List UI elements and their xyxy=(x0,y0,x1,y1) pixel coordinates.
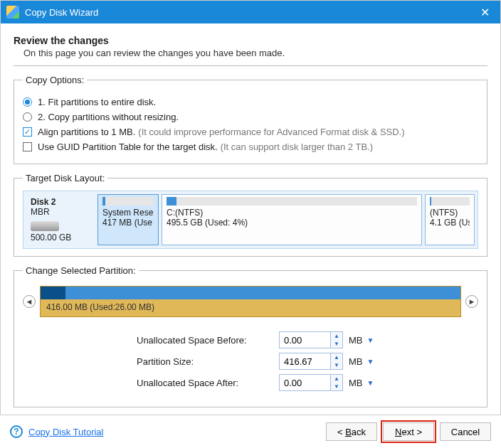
copy-options-legend: Copy Options: xyxy=(23,75,87,85)
disk-size: 500.00 GB xyxy=(31,233,90,242)
option-label: Align partitions to 1 MB. xyxy=(38,127,135,137)
back-button[interactable]: < Back xyxy=(326,422,377,441)
option-hint: (It could improve performance for Advanc… xyxy=(138,127,404,137)
unallocated-before-field[interactable] xyxy=(279,331,330,348)
row-partition-size: Partition Size: ▲▼ MB ▼ xyxy=(23,353,478,370)
disk-name: Disk 2 xyxy=(31,197,90,207)
partition-label: C:(NTFS) xyxy=(167,208,417,218)
spinner-down-icon[interactable]: ▼ xyxy=(331,340,342,348)
disk-layout: Disk 2 MBR 500.00 GB System Rese 417 MB … xyxy=(23,191,478,249)
partition-label: System Rese xyxy=(102,208,154,218)
field-label: Unallocated Space After: xyxy=(137,378,279,388)
copy-options-group: Copy Options: 1. Fit partitions to entir… xyxy=(14,75,487,164)
partition-label: (NTFS) xyxy=(430,208,470,218)
usage-bar xyxy=(167,197,417,206)
unallocated-after-input[interactable]: ▲▼ xyxy=(279,374,343,391)
field-label: Partition Size: xyxy=(137,356,279,367)
spinner-up-icon[interactable]: ▲ xyxy=(331,332,342,340)
page-subheading: On this page you can review the changes … xyxy=(23,48,487,58)
option-label: 1. Fit partitions to entire disk. xyxy=(38,97,156,107)
partition-ntfs[interactable]: (NTFS) 4.1 GB (Use xyxy=(425,194,475,245)
change-partition-group: Change Selected Partition: ◄ 416.00 MB (… xyxy=(14,265,487,407)
radio-icon xyxy=(23,97,32,107)
spinner-up-icon[interactable]: ▲ xyxy=(331,353,342,361)
help-icon[interactable]: ? xyxy=(10,425,23,438)
unit-label: MB xyxy=(349,378,363,388)
option-label: Use GUID Partition Table for the target … xyxy=(38,142,218,152)
slider-label: 416.00 MB (Used:26.00 MB) xyxy=(41,299,460,315)
slider-right-button[interactable]: ► xyxy=(465,295,478,308)
radio-icon xyxy=(23,112,32,122)
field-label: Unallocated Space Before: xyxy=(137,335,279,346)
divider xyxy=(14,65,487,66)
partition-size-field[interactable] xyxy=(279,353,330,370)
slider-bar xyxy=(41,287,460,299)
close-icon[interactable]: ✕ xyxy=(475,6,495,19)
partition-slider[interactable]: 416.00 MB (Used:26.00 MB) xyxy=(40,286,461,317)
disk-info: Disk 2 MBR 500.00 GB xyxy=(26,194,95,245)
option-fit-partitions[interactable]: 1. Fit partitions to entire disk. xyxy=(23,97,478,107)
unit-dropdown[interactable]: ▼ xyxy=(367,358,377,366)
option-use-gpt[interactable]: Use GUID Partition Table for the target … xyxy=(23,142,478,152)
partition-sub: 417 MB (Use xyxy=(102,218,154,228)
spinner-down-icon[interactable]: ▼ xyxy=(331,383,342,390)
row-unallocated-before: Unallocated Space Before: ▲▼ MB ▼ xyxy=(23,331,478,348)
spinner-down-icon[interactable]: ▼ xyxy=(331,361,342,369)
usage-bar xyxy=(102,197,154,206)
usage-bar xyxy=(430,197,470,206)
tutorial-link[interactable]: Copy Disk Tutorial xyxy=(28,427,103,437)
app-icon xyxy=(6,6,19,18)
disk-type: MBR xyxy=(31,207,90,217)
cancel-button[interactable]: Cancel xyxy=(440,422,491,441)
target-disk-layout-group: Target Disk Layout: Disk 2 MBR 500.00 GB… xyxy=(14,173,487,257)
footer: ? Copy Disk Tutorial < Back Next > Cance… xyxy=(0,415,501,448)
titlebar: Copy Disk Wizard ✕ xyxy=(1,1,500,23)
checkbox-icon xyxy=(23,127,32,137)
unit-label: MB xyxy=(349,335,363,346)
page-heading: Review the changes xyxy=(14,35,487,46)
partition-size-input[interactable]: ▲▼ xyxy=(279,353,343,370)
spinner-up-icon[interactable]: ▲ xyxy=(331,375,342,383)
partition-system-reserved[interactable]: System Rese 417 MB (Use xyxy=(97,194,159,245)
option-hint: (It can support disk larger than 2 TB.) xyxy=(221,142,373,152)
option-label: 2. Copy partitions without resizing. xyxy=(38,112,179,122)
disk-icon xyxy=(31,221,59,231)
unallocated-before-input[interactable]: ▲▼ xyxy=(279,331,343,348)
row-unallocated-after: Unallocated Space After: ▲▼ MB ▼ xyxy=(23,374,478,391)
unallocated-after-field[interactable] xyxy=(279,374,330,391)
unit-dropdown[interactable]: ▼ xyxy=(367,336,377,344)
window-title: Copy Disk Wizard xyxy=(25,7,475,18)
target-disk-legend: Target Disk Layout: xyxy=(23,173,107,183)
partition-c[interactable]: C:(NTFS) 495.5 GB (Used: 4%) xyxy=(162,194,422,245)
change-partition-legend: Change Selected Partition: xyxy=(23,265,139,276)
slider-left-button[interactable]: ◄ xyxy=(23,295,36,308)
partition-sub: 4.1 GB (Use xyxy=(430,218,470,228)
unit-dropdown[interactable]: ▼ xyxy=(367,379,377,387)
next-button[interactable]: Next > xyxy=(383,422,434,441)
option-copy-without-resizing[interactable]: 2. Copy partitions without resizing. xyxy=(23,112,478,122)
checkbox-icon xyxy=(23,142,32,151)
partition-sub: 495.5 GB (Used: 4%) xyxy=(167,218,417,228)
unit-label: MB xyxy=(349,356,363,367)
option-align-partitions[interactable]: Align partitions to 1 MB. (It could impr… xyxy=(23,127,478,137)
